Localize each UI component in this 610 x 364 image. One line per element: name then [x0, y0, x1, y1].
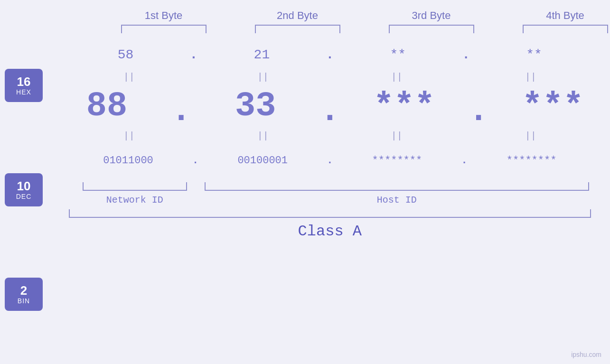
class-section: Class A: [43, 209, 610, 240]
dec-cell-1: 88: [43, 87, 171, 126]
bin-val-4: ********: [507, 155, 557, 167]
dec-val-3: ***: [374, 87, 435, 126]
dec-dot-1: .: [171, 92, 191, 131]
dec-number: 10: [17, 179, 31, 193]
dec-cell-3: ***: [340, 87, 468, 126]
hex-val-1: 58: [118, 47, 134, 62]
bin-cell-3: ********: [333, 155, 461, 167]
byte-header-3: 3rd Byte: [412, 9, 451, 22]
bin-val-2: 00100001: [237, 155, 288, 167]
data-area: 58 . 21 . ** . ** || ||: [43, 38, 610, 240]
dec-cell-4: ***: [489, 87, 610, 126]
bracket-labels-row: Network ID Host ID: [43, 182, 610, 205]
hex-row: 58 . 21 . ** . **: [43, 38, 610, 71]
eq2-1: ||: [65, 131, 193, 141]
hex-number: 16: [17, 75, 31, 89]
hex-dot-3: .: [462, 47, 470, 62]
byte-col-2: 2nd Byte: [234, 9, 362, 33]
host-bracket: [205, 182, 589, 191]
dec-label: DEC: [16, 193, 32, 200]
bracket-top-4: [523, 25, 608, 33]
labels-col: 16 HEX 10 DEC 2 BIN: [5, 38, 43, 311]
dec-val-4: ***: [522, 87, 584, 126]
bracket-top-1: [121, 25, 206, 33]
host-id-section: Host ID: [205, 182, 589, 205]
bin-dot-3: .: [461, 155, 467, 167]
byte-headers: 1st Byte 2nd Byte 3rd Byte 4th Byte: [33, 9, 610, 33]
bracket-top-2: [255, 25, 340, 33]
bin-val-3: ********: [372, 155, 422, 167]
class-label: Class A: [298, 223, 362, 240]
network-id-section: Network ID: [71, 182, 199, 205]
bin-number: 2: [20, 284, 27, 298]
hex-cell-2: 21: [197, 47, 326, 62]
bin-cell-2: 00100001: [198, 155, 327, 167]
dec-badge: 10 DEC: [5, 173, 43, 206]
bin-val-1: 01011000: [103, 155, 153, 167]
dec-dot-3: .: [468, 92, 488, 131]
dec-val-2: 33: [235, 87, 276, 126]
bracket-top-3: [389, 25, 474, 33]
hex-dot-1: .: [190, 47, 198, 62]
byte-col-4: 4th Byte: [501, 9, 610, 33]
hex-cell-1: 58: [62, 47, 190, 62]
eq2-4: ||: [467, 131, 595, 141]
hex-val-4: **: [526, 47, 542, 62]
hex-label: HEX: [16, 88, 31, 96]
bin-badge: 2 BIN: [5, 278, 43, 311]
dec-cell-2: 33: [191, 87, 319, 126]
eq1-1: ||: [65, 72, 193, 83]
bin-row: 01011000 . 00100001 . ******** . *******…: [43, 141, 610, 179]
main-container: 1st Byte 2nd Byte 3rd Byte 4th Byte 16 H…: [0, 0, 610, 364]
eq1-4: ||: [467, 72, 595, 83]
byte-header-2: 2nd Byte: [277, 9, 318, 22]
byte-col-3: 3rd Byte: [367, 9, 496, 33]
byte-header-1: 1st Byte: [145, 9, 182, 22]
hex-dot-2: .: [326, 47, 334, 62]
dec-row: 88 . 33 . *** . ***: [43, 83, 610, 130]
hex-val-2: 21: [254, 47, 270, 62]
bin-dot-2: .: [327, 155, 333, 167]
bin-cell-1: 01011000: [64, 155, 192, 167]
hex-cell-3: **: [334, 47, 462, 62]
bin-cell-4: ********: [468, 155, 596, 167]
eq2-3: ||: [333, 131, 461, 141]
dec-val-1: 88: [86, 87, 127, 126]
equals-row-1: || || || ||: [43, 71, 610, 83]
watermark: ipshu.com: [571, 351, 601, 358]
eq2-2: ||: [199, 131, 327, 141]
hex-val-3: **: [390, 47, 406, 62]
main-area: 16 HEX 10 DEC 2 BIN 58 .: [5, 38, 605, 311]
class-bracket: [69, 209, 591, 218]
byte-header-4: 4th Byte: [546, 9, 584, 22]
hex-cell-4: **: [470, 47, 598, 62]
dec-dot-2: .: [319, 92, 340, 131]
host-id-label: Host ID: [377, 195, 417, 205]
byte-col-1: 1st Byte: [100, 9, 228, 33]
network-bracket: [83, 182, 187, 191]
network-id-label: Network ID: [106, 195, 163, 205]
bin-label: BIN: [18, 297, 30, 305]
equals-row-2: || || || ||: [43, 130, 610, 141]
eq1-3: ||: [333, 72, 461, 83]
eq1-2: ||: [199, 72, 327, 83]
hex-badge: 16 HEX: [5, 69, 43, 102]
bin-dot-1: .: [192, 155, 198, 167]
